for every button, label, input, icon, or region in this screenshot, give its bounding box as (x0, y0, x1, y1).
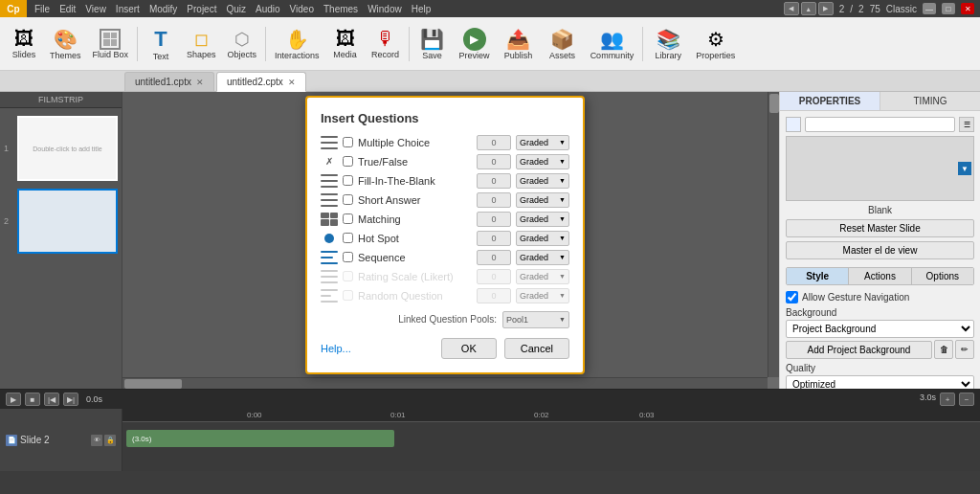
eye-icon[interactable]: 👁 (91, 435, 102, 446)
master-list-icon[interactable]: ☰ (959, 117, 974, 132)
cancel-button[interactable]: Cancel (504, 338, 569, 359)
delete-bg-btn[interactable]: 🗑 (934, 340, 953, 359)
toolbar-media[interactable]: 🖼 Media (325, 20, 366, 68)
toolbar-slides[interactable]: 🖼 Slides (4, 20, 44, 68)
nav-prev[interactable]: ◀ (784, 2, 799, 15)
menu-audio[interactable]: Audio (256, 4, 280, 14)
stop-btn[interactable]: ■ (25, 393, 40, 406)
prev-frame-btn[interactable]: |◀ (44, 393, 59, 406)
background-label: Background (786, 307, 974, 318)
toolbar-assets[interactable]: 📦 Assets (541, 20, 585, 68)
timeline-track-bar[interactable]: (3.0s) (126, 430, 394, 447)
menu-help[interactable]: Help (412, 4, 432, 14)
short-answer-check[interactable] (343, 194, 353, 205)
lock-icon[interactable]: 🔒 (104, 435, 116, 446)
help-link[interactable]: Help... (321, 343, 351, 354)
tab1-close-icon[interactable]: ✕ (196, 78, 204, 87)
toolbar-properties[interactable]: ⚙ Properties (690, 20, 741, 68)
nav-up[interactable]: ▲ (801, 2, 816, 15)
zoom-timeline-in[interactable]: + (940, 393, 955, 406)
multiple-choice-count[interactable] (477, 135, 511, 150)
toolbar-preview[interactable]: ▶ Preview (453, 20, 497, 68)
fill-blank-grade[interactable]: Graded ▼ (516, 173, 569, 189)
library-icon: 📚 (657, 28, 680, 51)
options-tab[interactable]: Options (912, 268, 973, 284)
hot-spot-check[interactable] (343, 233, 353, 243)
quality-select[interactable]: Optimized (786, 375, 974, 389)
multiple-choice-check[interactable] (343, 137, 353, 147)
toolbar-fluidbox[interactable]: Fluid Box (87, 20, 135, 68)
slide-thumb-1[interactable]: Double-click to add title (17, 116, 118, 181)
menu-themes[interactable]: Themes (323, 4, 358, 14)
menu-modify[interactable]: Modify (149, 4, 177, 14)
matching-count[interactable] (477, 212, 511, 227)
ruler-3: 0:03 (639, 411, 655, 419)
mode-dropdown[interactable]: Classic (886, 4, 917, 14)
tab-properties[interactable]: PROPERTIES (780, 92, 880, 110)
matching-grade[interactable]: Graded ▼ (516, 212, 569, 227)
rating-scale-check[interactable] (343, 271, 353, 281)
canvas-scroll-h[interactable] (122, 377, 768, 389)
toolbar-shapes[interactable]: ◻ Shapes (181, 20, 222, 68)
menu-project[interactable]: Project (187, 4, 216, 14)
play-btn[interactable]: ▶ (6, 393, 21, 406)
toolbar-record[interactable]: 🎙 Record (366, 20, 406, 68)
menu-edit[interactable]: Edit (59, 4, 76, 14)
tab-timing[interactable]: TIMING (880, 92, 980, 110)
master-slide-input[interactable] (805, 117, 955, 132)
toolbar-publish[interactable]: 📤 Publish (497, 20, 541, 68)
master-dropdown-arrow[interactable]: ▼ (958, 162, 971, 175)
menu-view[interactable]: View (85, 4, 106, 14)
grade-arrow-icon7: ▼ (559, 254, 566, 260)
menu-window[interactable]: Window (368, 4, 402, 14)
short-answer-count[interactable] (477, 192, 511, 208)
canvas-scroll-v[interactable] (768, 92, 779, 377)
master-view-btn[interactable]: Master el de view (786, 241, 974, 259)
tab-untitled1[interactable]: untitled1.cptx ✕ (124, 72, 214, 91)
ruler-0: 0:00 (247, 411, 262, 419)
hot-spot-count[interactable] (477, 231, 511, 246)
sequence-count[interactable] (477, 250, 511, 265)
toolbar-library[interactable]: 📚 Library (646, 20, 690, 68)
menu-insert[interactable]: Insert (116, 4, 140, 14)
sequence-grade[interactable]: Graded ▼ (516, 250, 569, 265)
menu-quiz[interactable]: Quiz (226, 4, 246, 14)
tab2-close-icon[interactable]: ✕ (288, 78, 296, 87)
background-select[interactable]: Project Background (786, 320, 974, 338)
ok-button[interactable]: OK (441, 338, 497, 359)
close-btn[interactable]: ✕ (961, 3, 974, 14)
zoom-timeline-out[interactable]: − (959, 393, 974, 406)
nav-next[interactable]: ▶ (818, 2, 834, 15)
minimize-btn[interactable]: — (923, 3, 936, 14)
short-answer-grade[interactable]: Graded ▼ (516, 192, 569, 208)
menu-video[interactable]: Video (290, 4, 314, 14)
actions-tab[interactable]: Actions (849, 268, 911, 284)
matching-check[interactable] (343, 213, 353, 224)
toolbar-interactions[interactable]: ✋ Interactions (269, 20, 325, 68)
style-tab[interactable]: Style (787, 268, 849, 284)
fill-blank-check[interactable] (343, 175, 353, 186)
multiple-choice-grade[interactable]: Graded ▼ (516, 135, 569, 150)
tab-untitled2[interactable]: untitled2.cptx ✕ (216, 72, 306, 92)
toolbar-text[interactable]: T Text (141, 20, 181, 68)
hot-spot-grade[interactable]: Graded ▼ (516, 231, 569, 246)
maximize-btn[interactable]: □ (942, 3, 955, 14)
true-false-check[interactable] (343, 156, 353, 167)
toolbar-themes[interactable]: 🎨 Themes (44, 20, 87, 68)
reset-master-btn[interactable]: Reset Master Slide (786, 219, 974, 237)
menu-file[interactable]: File (34, 4, 50, 14)
fill-blank-count[interactable] (477, 173, 511, 189)
toolbar-community[interactable]: 👥 Community (585, 20, 640, 68)
linked-pool-select[interactable]: Pool1 ▼ (502, 311, 569, 328)
toolbar-objects[interactable]: ⬡ Objects (222, 20, 263, 68)
slide-thumb-2[interactable] (17, 189, 118, 254)
edit-bg-btn[interactable]: ✏ (955, 340, 974, 359)
toolbar-save[interactable]: 💾 Save (412, 20, 453, 68)
next-frame-btn[interactable]: ▶| (63, 393, 78, 406)
add-bg-btn[interactable]: Add Project Background (786, 341, 932, 359)
sequence-check[interactable] (343, 252, 353, 262)
allow-gesture-check[interactable] (786, 291, 798, 303)
true-false-grade[interactable]: Graded ▼ (516, 154, 569, 169)
true-false-count[interactable] (477, 154, 511, 169)
random-check[interactable] (343, 290, 353, 301)
